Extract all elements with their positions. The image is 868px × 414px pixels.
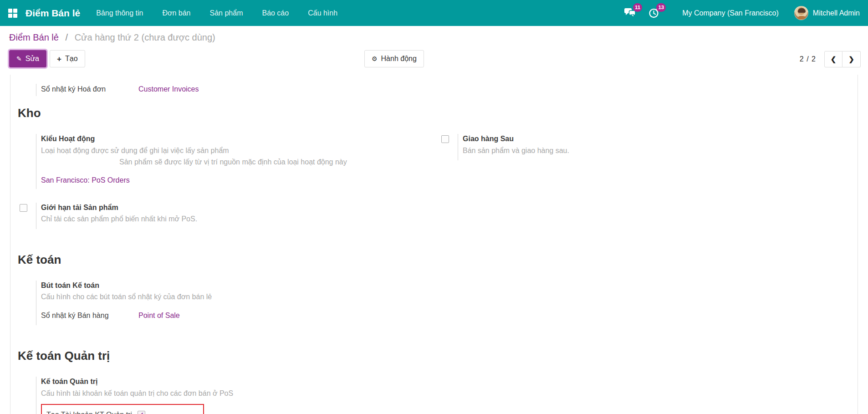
chevron-left-icon: ❮ xyxy=(831,55,837,63)
analytic-header-help: Cấu hình tài khoản kế toán quản trị cho … xyxy=(41,388,434,399)
edit-button-label: Sửa xyxy=(26,55,39,63)
breadcrumb: Điểm Bán lẻ / Cửa hàng thứ 2 (chưa được … xyxy=(0,26,868,46)
nav-item-products[interactable]: Sản phẩm xyxy=(200,0,253,26)
sales-journal-label: Sổ nhật ký Bán hàng xyxy=(41,310,138,321)
setting-box-operation-type: Kiểu Hoạt động Loại hoạt động được sử dụ… xyxy=(18,134,434,189)
plus-icon: + xyxy=(57,55,61,63)
user-avatar xyxy=(794,6,808,20)
limited-products-checkbox[interactable] xyxy=(20,204,27,212)
create-button-label: Tạo xyxy=(65,55,78,63)
ship-later-checkbox[interactable] xyxy=(441,135,449,143)
messages-badge: 11 xyxy=(633,3,642,12)
pager: 2 / 2 ❮ ❯ xyxy=(800,50,861,67)
create-button[interactable]: + Tạo xyxy=(50,50,85,67)
form-sheet: Sổ nhật ký Hoá đơn Customer Invoices Kho… xyxy=(10,75,858,414)
nav-item-reporting[interactable]: Báo cáo xyxy=(252,0,298,26)
systray: 11 13 My Company (San Francisco) Mitchel… xyxy=(623,6,861,20)
setting-box-invoice-journal: Sổ nhật ký Hoá đơn Customer Invoices xyxy=(18,84,850,96)
nav-item-orders[interactable]: Đơn bán xyxy=(153,0,200,26)
nav-item-configuration[interactable]: Cấu hình xyxy=(298,0,347,26)
create-analytic-account-checkbox[interactable] xyxy=(138,411,145,414)
edit-button[interactable]: ✎ Sửa xyxy=(9,50,46,67)
section-title-inventory: Kho xyxy=(18,106,850,120)
setting-box-journal-entries: Bút toán Kế toán Cấu hình cho các bút to… xyxy=(18,281,434,326)
app-brand[interactable]: Điểm Bán lẻ xyxy=(26,8,80,19)
user-name: Mitchell Admin xyxy=(813,9,860,17)
section-title-analytic: Kế toán Quản trị xyxy=(18,349,850,363)
limited-products-label: Giới hạn tải Sản phẩm xyxy=(41,203,434,213)
gear-icon: ⚙ xyxy=(372,56,378,62)
invoice-journal-value-link[interactable]: Customer Invoices xyxy=(138,84,199,94)
setting-box-ship-later: Giao hàng Sau Bán sản phẩm và giao hàng … xyxy=(439,134,850,160)
pencil-icon: ✎ xyxy=(16,56,22,62)
action-button-label: Hành động xyxy=(381,55,417,63)
pager-previous-button[interactable]: ❮ xyxy=(824,51,842,67)
operation-type-help-2: Sản phẩm sẽ được lấy từ vị trí nguồn mặc… xyxy=(119,157,434,167)
top-navbar: Điểm Bán lẻ Bảng thông tin Đơn bán Sản p… xyxy=(0,0,868,26)
messages-button[interactable]: 11 xyxy=(623,7,637,19)
setting-box-analytic: Kế toán Quản trị Cấu hình tài khoản kế t… xyxy=(18,377,434,414)
limited-products-help: Chỉ tải các sản phẩm phổ biến nhất khi m… xyxy=(41,214,434,224)
analytic-highlight-box: Tạo Tài khoản KT Quản trị Tài khoản KT Q… xyxy=(41,404,204,414)
sales-journal-value-link[interactable]: Point of Sale xyxy=(138,310,180,321)
invoice-journal-label: Sổ nhật ký Hoá đơn xyxy=(41,84,138,94)
operation-type-value-link[interactable]: San Francisco: PoS Orders xyxy=(41,176,130,184)
chevron-right-icon: ❯ xyxy=(848,55,854,63)
activities-badge: 13 xyxy=(656,3,666,12)
section-title-accounting: Kế toán xyxy=(18,253,850,267)
operation-type-help: Loại hoạt động được sử dụng để ghi lại v… xyxy=(41,145,434,156)
main-menu: Bảng thông tin Đơn bán Sản phẩm Báo cáo … xyxy=(87,0,347,26)
apps-grid-icon[interactable] xyxy=(8,9,17,18)
user-menu[interactable]: Mitchell Admin xyxy=(794,6,861,20)
company-switcher[interactable]: My Company (San Francisco) xyxy=(682,9,779,17)
breadcrumb-current: Cửa hàng thứ 2 (chưa được dùng) xyxy=(75,32,215,42)
ship-later-help: Bán sản phẩm và giao hàng sau. xyxy=(463,145,850,156)
create-analytic-account-label: Tạo Tài khoản KT Quản trị xyxy=(46,409,138,414)
breadcrumb-parent-link[interactable]: Điểm Bán lẻ xyxy=(9,32,59,42)
breadcrumb-separator: / xyxy=(66,32,68,42)
setting-box-limited-products: Giới hạn tải Sản phẩm Chỉ tải các sản ph… xyxy=(18,203,434,229)
operation-type-label: Kiểu Hoạt động xyxy=(41,134,434,144)
pager-next-button[interactable]: ❯ xyxy=(842,51,861,67)
nav-item-dashboard[interactable]: Bảng thông tin xyxy=(87,0,153,26)
journal-entries-label: Bút toán Kế toán xyxy=(41,281,434,291)
pager-value: 2 / 2 xyxy=(800,55,816,63)
action-menu-button[interactable]: ⚙ Hành động xyxy=(364,50,424,67)
activities-button[interactable]: 13 xyxy=(647,7,660,19)
analytic-header-label: Kế toán Quản trị xyxy=(41,377,434,387)
ship-later-label: Giao hàng Sau xyxy=(463,134,850,144)
journal-entries-help: Cấu hình cho các bút toán sổ nhật ký của… xyxy=(41,291,434,302)
control-panel: ✎ Sửa + Tạo ⚙ Hành động 2 / 2 ❮ ❯ xyxy=(0,46,868,73)
